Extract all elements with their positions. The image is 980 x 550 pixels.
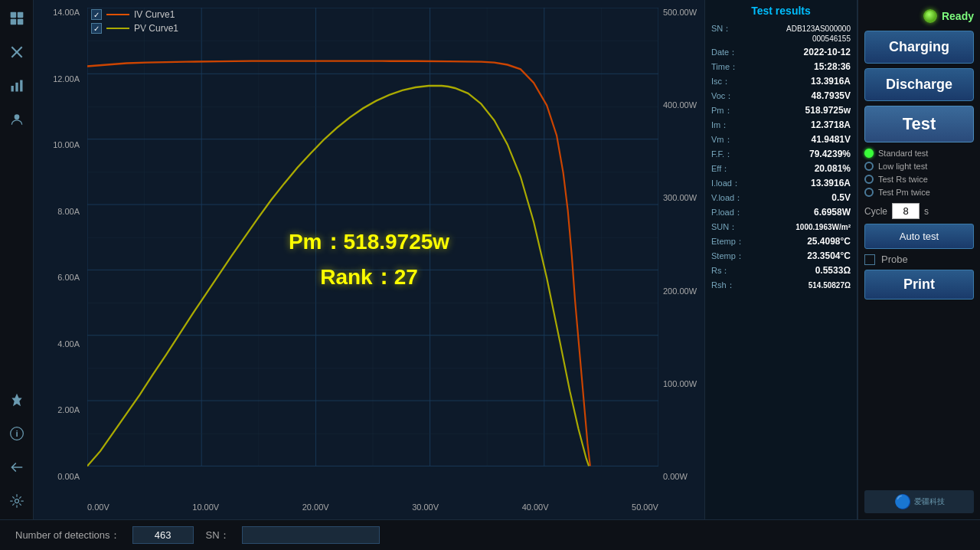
- y-label-8: 8.00A: [57, 207, 80, 216]
- vm-value: 41.9481V: [812, 134, 851, 145]
- y-right-500: 500.00W: [663, 8, 697, 17]
- x-label-50: 50.00V: [632, 503, 658, 512]
- chart-area: IV Curve1 PV Curve1: [34, 0, 704, 519]
- y-label-0: 0.00A: [57, 472, 80, 481]
- result-isc-row: Isc： 13.3916A: [711, 76, 851, 87]
- y-label-6: 6.00A: [57, 273, 80, 282]
- x-label-20: 20.00V: [302, 503, 329, 512]
- pm-value: 518.9725w: [805, 105, 851, 116]
- result-time-row: Time： 15:28:36: [711, 61, 851, 73]
- close-icon[interactable]: [5, 40, 29, 64]
- back-icon[interactable]: [5, 455, 29, 480]
- status-indicator: [923, 9, 937, 23]
- auto-test-button[interactable]: Auto test: [864, 224, 974, 249]
- rs-value: 0.5533Ω: [815, 265, 851, 276]
- svg-rect-8: [20, 80, 22, 92]
- result-date-row: Date： 2022-10-12: [711, 47, 851, 58]
- svg-rect-2: [10, 19, 16, 25]
- home-icon[interactable]: [5, 6, 29, 31]
- status-label: Ready: [942, 10, 974, 22]
- rsh-value: 514.50827Ω: [808, 281, 851, 290]
- y-right-300: 300.00W: [663, 193, 697, 202]
- result-sun-row: SUN： 1000.1963W/m²: [711, 221, 851, 233]
- pin-icon[interactable]: [5, 388, 29, 412]
- im-label: Im：: [711, 119, 729, 131]
- time-label: Time：: [711, 61, 738, 73]
- result-eff-row: Eff： 20.081%: [711, 163, 851, 175]
- bottom-bar: Number of detections： SN：: [0, 519, 980, 550]
- y-label-4: 4.00A: [57, 339, 80, 349]
- probe-label: Probe: [881, 254, 908, 265]
- voc-label: Voc：: [711, 90, 733, 102]
- radio-rs-label: Test Rs twice: [878, 175, 928, 184]
- stemp-value: 23.3504°C: [807, 250, 851, 261]
- radio-standard[interactable]: Standard test: [864, 149, 974, 158]
- x-label-0: 0.00V: [87, 503, 109, 512]
- detections-label: Number of detections：: [15, 529, 120, 542]
- x-label-10: 10.00V: [192, 503, 219, 512]
- svg-point-9: [14, 114, 19, 119]
- logo-icon: 🔵: [894, 493, 911, 510]
- svg-rect-1: [17, 12, 23, 18]
- radio-rs-twice[interactable]: Test Rs twice: [864, 175, 974, 184]
- sn-value: ADB123AS000000000546155: [786, 24, 851, 44]
- sn-bottom-label: SN：: [206, 529, 230, 542]
- radio-pm-twice[interactable]: Test Pm twice: [864, 188, 974, 197]
- svg-rect-7: [15, 83, 18, 92]
- result-rsh-row: Rsh： 514.50827Ω: [711, 280, 851, 291]
- cycle-input[interactable]: [892, 203, 920, 219]
- print-button[interactable]: Print: [864, 270, 974, 300]
- result-pm-row: Pm： 518.9725w: [711, 105, 851, 116]
- pload-value: 6.6958W: [814, 207, 851, 218]
- detections-input[interactable]: [132, 526, 194, 544]
- sun-value: 1000.1963W/m²: [795, 223, 851, 231]
- y-label-14: 14.00A: [53, 8, 80, 17]
- date-label: Date：: [711, 47, 737, 58]
- y-axis-left: 14.00A 12.00A 10.00A 8.00A 6.00A 4.00A 2…: [34, 8, 83, 481]
- vm-label: Vm：: [711, 134, 733, 146]
- sn-bottom-input[interactable]: [242, 526, 380, 544]
- logo-text: 爱疆科技: [914, 496, 945, 507]
- rsh-label: Rsh：: [711, 280, 735, 291]
- settings-icon[interactable]: [5, 489, 29, 513]
- svg-rect-3: [17, 19, 23, 25]
- test-mode-group: Standard test Low light test Test Rs twi…: [864, 147, 974, 198]
- status-bar: Ready: [864, 6, 974, 26]
- ff-label: F.F.：: [711, 149, 733, 160]
- results-panel: Test results SN： ADB123AS000000000546155…: [704, 0, 858, 519]
- test-button[interactable]: Test: [864, 106, 974, 142]
- voc-value: 48.7935V: [812, 90, 851, 101]
- radio-lowlight[interactable]: Low light test: [864, 162, 974, 171]
- chart-svg: [87, 8, 658, 481]
- radio-standard-label: Standard test: [878, 149, 928, 158]
- isc-label: Isc：: [711, 76, 730, 87]
- probe-checkbox[interactable]: [864, 254, 875, 265]
- iload-value: 13.3916A: [811, 178, 851, 188]
- radio-rs-indicator: [864, 175, 874, 184]
- vload-value: 0.5V: [831, 192, 851, 203]
- ff-value: 79.4239%: [809, 149, 851, 159]
- x-label-40: 40.00V: [522, 503, 549, 512]
- iload-label: I.load：: [711, 178, 740, 189]
- discharge-button[interactable]: Discharge: [864, 68, 974, 101]
- probe-row: Probe: [864, 254, 974, 265]
- isc-value: 13.3916A: [811, 76, 851, 87]
- y-label-12: 12.00A: [53, 74, 80, 83]
- cycle-row: Cycle s: [864, 203, 974, 219]
- result-sn-row: SN： ADB123AS000000000546155: [711, 23, 851, 44]
- pm-label-r: Pm：: [711, 105, 733, 116]
- result-rs-row: Rs： 0.5533Ω: [711, 265, 851, 277]
- svg-point-12: [15, 499, 18, 503]
- result-vm-row: Vm： 41.9481V: [711, 134, 851, 146]
- chart-icon[interactable]: [5, 74, 29, 98]
- user-icon[interactable]: [5, 107, 29, 132]
- y-right-400: 400.00W: [663, 100, 697, 110]
- logo-area: 🔵 爱疆科技: [864, 490, 974, 513]
- etemp-label: Etemp：: [711, 236, 744, 247]
- charging-button[interactable]: Charging: [864, 31, 974, 64]
- y-label-2: 2.00A: [57, 405, 80, 414]
- stemp-label: Stemp：: [711, 250, 744, 262]
- etemp-value: 25.4098°C: [807, 236, 851, 247]
- im-value: 12.3718A: [811, 119, 851, 130]
- info-icon[interactable]: i: [5, 421, 29, 446]
